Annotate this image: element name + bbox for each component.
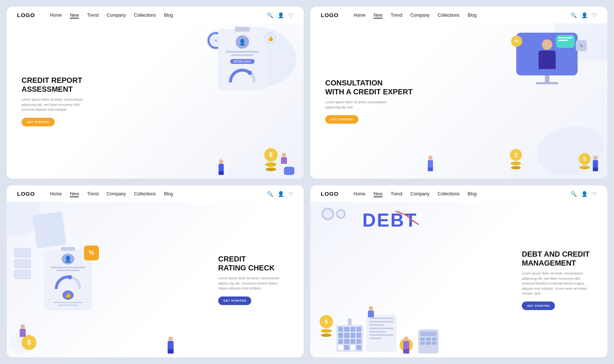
nav-new-2[interactable]: New <box>374 13 382 18</box>
heart-icon-2[interactable]: ♡ <box>592 12 597 18</box>
card4-cta[interactable]: GET STARTED <box>522 301 555 310</box>
user-icon-1[interactable]: 👤 <box>278 12 284 18</box>
doc4a-l6 <box>369 334 394 336</box>
nav-icons-2: 🔍 👤 ♡ <box>571 12 597 18</box>
nav-new-4[interactable]: New <box>374 191 382 196</box>
nav-company-2[interactable]: Company <box>410 13 429 18</box>
clipboard-top-1 <box>235 27 250 32</box>
monitor-stand <box>545 75 549 82</box>
search-icon-3[interactable]: 🔍 <box>267 191 273 197</box>
nav-company-4[interactable]: Company <box>410 191 429 196</box>
user-icon-4[interactable]: 👤 <box>581 191 588 197</box>
nav-trend-2[interactable]: Trend <box>391 13 402 18</box>
nav-trend-1[interactable]: Trend <box>87 13 98 18</box>
card2-title: CONSULTATION WITH A CREDIT EXPERT <box>325 78 413 96</box>
chart-down-4 <box>392 208 422 228</box>
pct-badge-2: % <box>511 36 522 47</box>
cb2 <box>426 338 430 341</box>
user-icon-3[interactable]: 👤 <box>278 191 284 197</box>
card2-cta[interactable]: GET STARTED <box>325 115 358 124</box>
calc-buttons <box>420 338 436 345</box>
doc4a-l7 <box>369 338 381 339</box>
card4-desc: Lorem ipsum dolor sit amet, consectetuer… <box>522 271 592 296</box>
monitor-screen: % % <box>516 33 578 75</box>
win12 <box>356 339 361 344</box>
heart-icon-1[interactable]: ♡ <box>288 12 293 18</box>
p4r-body <box>403 341 409 349</box>
note1 <box>14 248 31 257</box>
nav-blog-3[interactable]: Blog <box>164 191 173 196</box>
nav-blog-4[interactable]: Blog <box>468 191 476 196</box>
win3 <box>350 327 355 332</box>
nav-links-2: Home New Trend Company Collections Blog <box>353 13 571 18</box>
nav-home-3[interactable]: Home <box>50 191 62 196</box>
nav-company-3[interactable]: Company <box>107 191 126 196</box>
nav-company-1[interactable]: Company <box>107 13 126 18</box>
win1 <box>338 327 343 332</box>
clip3-line3 <box>53 302 83 303</box>
p3right-body <box>168 341 174 349</box>
nav-collections-4[interactable]: Collections <box>437 191 459 196</box>
search-icon-1[interactable]: 🔍 <box>267 12 273 18</box>
nav-collections-2[interactable]: Collections <box>437 13 459 18</box>
logo-1: LOGO <box>17 12 35 18</box>
banknotes-3 <box>14 248 31 279</box>
clip-line2 <box>231 54 254 56</box>
pleft2-body <box>428 160 433 168</box>
nav-trend-3[interactable]: Trend <box>87 191 98 196</box>
cb1 <box>420 338 425 341</box>
card4-title: DEBT AND CREDIT MANAGEMENT <box>522 250 592 267</box>
p4r-head <box>404 337 408 341</box>
svg-point-3 <box>68 275 72 279</box>
calculator-4 <box>418 329 439 354</box>
person1-legs <box>219 171 224 175</box>
svg-point-2 <box>248 71 252 75</box>
heart-icon-4[interactable]: ♡ <box>592 191 597 197</box>
doc4a-l2 <box>369 321 394 322</box>
nav-links-3: Home New Trend Company Collections Blog <box>50 191 267 196</box>
text-section-4: DEBT AND CREDIT MANAGEMENT Lorem ipsum d… <box>522 250 592 310</box>
search-icon-2[interactable]: 🔍 <box>571 12 577 18</box>
cb6 <box>432 342 436 345</box>
win4 <box>356 327 361 332</box>
nav-collections-3[interactable]: Collections <box>134 191 156 196</box>
win5 <box>338 333 343 338</box>
coin2c <box>511 166 521 169</box>
user-icon-2[interactable]: 👤 <box>581 12 588 18</box>
logo-3: LOGO <box>17 191 35 197</box>
nav-new-3[interactable]: New <box>70 191 79 196</box>
coins-left-2: $ <box>510 149 522 169</box>
nav-icons-3: 🔍 👤 ♡ <box>267 191 293 197</box>
pleft2-head <box>428 156 433 160</box>
nav-collections-1[interactable]: Collections <box>134 13 156 18</box>
coin4-left: $ <box>320 315 333 337</box>
coin-flat-1 <box>265 162 277 167</box>
nav-blog-1[interactable]: Blog <box>164 13 173 18</box>
wallet-1 <box>284 167 294 175</box>
person-1 <box>219 159 224 175</box>
nav-home-1[interactable]: Home <box>50 13 62 18</box>
card2-desc: Lorem ipsum dolor sit amet, consectetuer… <box>325 100 396 110</box>
card2-body: CONSULTATION WITH A CREDIT EXPERT Lorem … <box>310 23 607 179</box>
pright2-body <box>593 160 598 168</box>
nav-new-1[interactable]: New <box>70 13 79 18</box>
search-icon-4[interactable]: 🔍 <box>571 191 577 197</box>
monitor-body <box>539 51 556 69</box>
nav-home-2[interactable]: Home <box>353 13 365 18</box>
p4s-body <box>368 311 374 317</box>
monitor-person <box>539 39 556 69</box>
nav-blog-2[interactable]: Blog <box>468 13 476 18</box>
coin4c <box>321 334 332 337</box>
pleft2-legs <box>428 168 433 171</box>
p3right-legs <box>168 349 174 354</box>
nav-trend-4[interactable]: Trend <box>391 191 402 196</box>
navbar-2: LOGO Home New Trend Company Collections … <box>310 7 607 23</box>
heart-icon-3[interactable]: ♡ <box>288 191 293 197</box>
card3-cta[interactable]: GET STARTED <box>218 296 251 305</box>
pct-orange-3: % <box>84 246 99 260</box>
card1-cta[interactable]: GET STARTED <box>22 118 55 126</box>
nav-home-4[interactable]: Home <box>353 191 365 196</box>
calc-screen <box>420 332 436 336</box>
illus-3: % 👤 👍 $ <box>14 202 177 357</box>
pright2-legs <box>593 168 598 171</box>
